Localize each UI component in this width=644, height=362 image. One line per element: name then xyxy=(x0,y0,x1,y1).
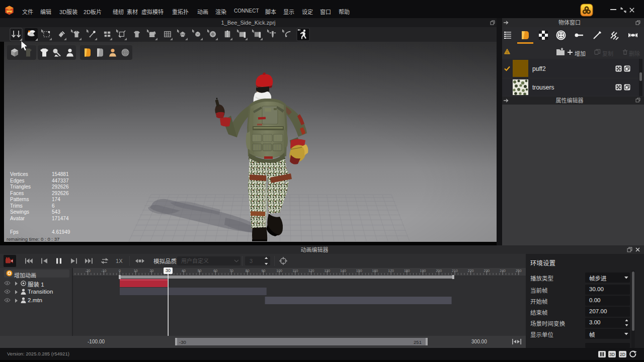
svg-text:3D: 3D xyxy=(609,352,615,357)
svg-text:2D: 2D xyxy=(620,352,625,357)
